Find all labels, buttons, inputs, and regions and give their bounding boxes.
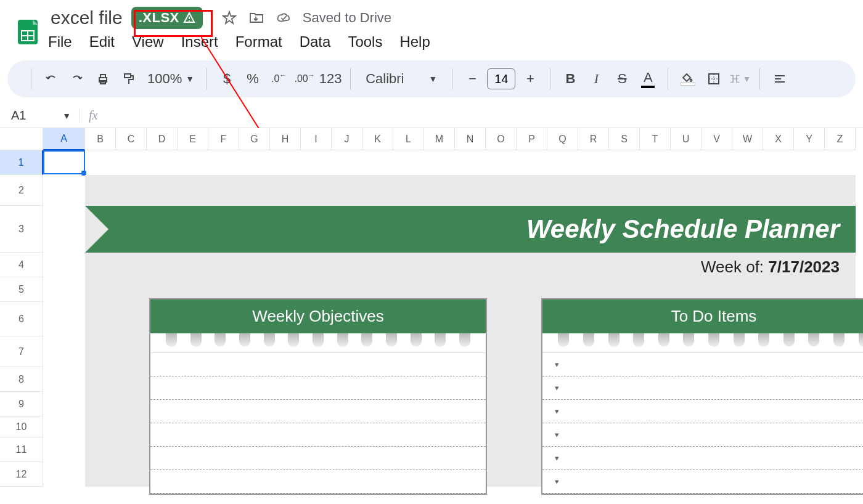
- number-format-button[interactable]: 123: [319, 68, 342, 90]
- column-header[interactable]: P: [517, 128, 547, 150]
- paint-format-button[interactable]: [118, 68, 140, 90]
- column-header[interactable]: H: [270, 128, 301, 150]
- todo-row[interactable]: [542, 400, 863, 423]
- menu-bar: File Edit View Insert Format Data Tools …: [48, 30, 430, 58]
- menu-file[interactable]: File: [48, 33, 72, 51]
- percent-button[interactable]: %: [242, 68, 264, 90]
- row-header[interactable]: 6: [0, 302, 43, 336]
- italic-button[interactable]: I: [585, 68, 607, 90]
- column-header[interactable]: U: [671, 128, 701, 150]
- formula-bar: A1▼ fx: [0, 104, 863, 128]
- cloud-check-icon[interactable]: [276, 10, 292, 26]
- column-header[interactable]: D: [147, 128, 178, 150]
- star-icon[interactable]: [221, 10, 237, 26]
- menu-tools[interactable]: Tools: [348, 33, 382, 51]
- weekly-objectives-panel: Weekly Objectives: [149, 298, 487, 495]
- move-folder-icon[interactable]: [248, 10, 264, 26]
- objective-row[interactable]: [150, 353, 486, 376]
- column-header[interactable]: Z: [825, 128, 856, 150]
- menu-help[interactable]: Help: [399, 33, 430, 51]
- column-header[interactable]: F: [208, 128, 239, 150]
- column-header[interactable]: R: [578, 128, 609, 150]
- row-header[interactable]: 9: [0, 392, 43, 417]
- fill-color-button[interactable]: [677, 68, 699, 90]
- saved-status[interactable]: Saved to Drive: [303, 10, 391, 26]
- zoom-dropdown[interactable]: 100%▼: [144, 71, 198, 87]
- objective-row[interactable]: [150, 423, 486, 447]
- undo-button[interactable]: [40, 68, 62, 90]
- font-size-input[interactable]: 14: [487, 68, 515, 89]
- decrease-font-button[interactable]: −: [461, 68, 483, 90]
- column-header[interactable]: B: [85, 128, 116, 150]
- column-header[interactable]: Y: [794, 128, 825, 150]
- selected-cell-a1[interactable]: [43, 150, 85, 174]
- xlsx-badge[interactable]: .XLSX: [131, 7, 203, 29]
- objective-row[interactable]: [150, 400, 486, 423]
- week-of-row: Week of: 7/17/2023: [701, 258, 840, 277]
- objective-row[interactable]: [150, 376, 486, 400]
- column-header[interactable]: K: [362, 128, 393, 150]
- column-header[interactable]: G: [239, 128, 270, 150]
- title-banner: Weekly Schedule Planner: [85, 206, 856, 253]
- week-of-value[interactable]: 7/17/2023: [768, 258, 840, 276]
- todo-row[interactable]: [542, 470, 863, 494]
- decrease-decimal-button[interactable]: .0←: [268, 68, 290, 90]
- column-header[interactable]: O: [486, 128, 517, 150]
- column-header[interactable]: N: [455, 128, 486, 150]
- column-header[interactable]: Q: [547, 128, 578, 150]
- align-button[interactable]: [769, 68, 791, 90]
- objective-row[interactable]: [150, 447, 486, 470]
- merge-cells-button[interactable]: ▼: [729, 68, 751, 90]
- row-header[interactable]: 12: [0, 462, 43, 487]
- select-all-corner[interactable]: [0, 128, 43, 150]
- todo-row[interactable]: [542, 353, 863, 376]
- menu-format[interactable]: Format: [235, 33, 282, 51]
- column-header[interactable]: W: [732, 128, 763, 150]
- column-header[interactable]: J: [332, 128, 362, 150]
- document-title[interactable]: excel file: [48, 6, 125, 30]
- menu-insert[interactable]: Insert: [181, 33, 218, 51]
- menu-view[interactable]: View: [132, 33, 164, 51]
- column-header[interactable]: I: [301, 128, 332, 150]
- objective-row[interactable]: [150, 470, 486, 494]
- row-header[interactable]: 3: [0, 206, 43, 253]
- currency-button[interactable]: $: [216, 68, 238, 90]
- row-header[interactable]: 8: [0, 367, 43, 392]
- column-header[interactable]: A: [43, 128, 85, 150]
- todo-row[interactable]: [542, 423, 863, 447]
- strikethrough-button[interactable]: S: [611, 68, 633, 90]
- bold-button[interactable]: B: [559, 68, 581, 90]
- column-header[interactable]: L: [393, 128, 424, 150]
- svg-rect-9: [100, 75, 105, 78]
- redo-button[interactable]: [66, 68, 88, 90]
- font-dropdown[interactable]: Calibri▼: [359, 71, 443, 87]
- print-button[interactable]: [92, 68, 114, 90]
- sheets-logo-icon[interactable]: [12, 17, 43, 47]
- text-color-button[interactable]: A: [637, 68, 659, 90]
- row-header[interactable]: 11: [0, 437, 43, 462]
- cell-area[interactable]: Weekly Schedule Planner Week of: 7/17/20…: [43, 150, 856, 487]
- row-header[interactable]: 5: [0, 277, 43, 302]
- increase-decimal-button[interactable]: .00→: [293, 68, 316, 90]
- column-header[interactable]: T: [640, 128, 671, 150]
- column-header[interactable]: C: [116, 128, 147, 150]
- borders-button[interactable]: [703, 68, 725, 90]
- column-header[interactable]: M: [424, 128, 455, 150]
- column-header[interactable]: E: [178, 128, 208, 150]
- todo-row[interactable]: [542, 376, 863, 400]
- row-header[interactable]: 7: [0, 336, 43, 367]
- banner-title: Weekly Schedule Planner: [526, 214, 840, 244]
- row-header[interactable]: 2: [0, 175, 43, 206]
- increase-font-button[interactable]: +: [519, 68, 541, 90]
- column-header[interactable]: V: [701, 128, 732, 150]
- row-header[interactable]: 1: [0, 150, 43, 175]
- row-header[interactable]: 4: [0, 253, 43, 277]
- column-header[interactable]: S: [609, 128, 640, 150]
- name-box[interactable]: A1▼: [0, 108, 80, 123]
- menu-edit[interactable]: Edit: [89, 33, 115, 51]
- column-header[interactable]: X: [763, 128, 794, 150]
- todo-row[interactable]: [542, 447, 863, 470]
- menu-data[interactable]: Data: [300, 33, 331, 51]
- title-bar: excel file .XLSX Saved to Drive File: [0, 0, 863, 60]
- row-header[interactable]: 10: [0, 417, 43, 437]
